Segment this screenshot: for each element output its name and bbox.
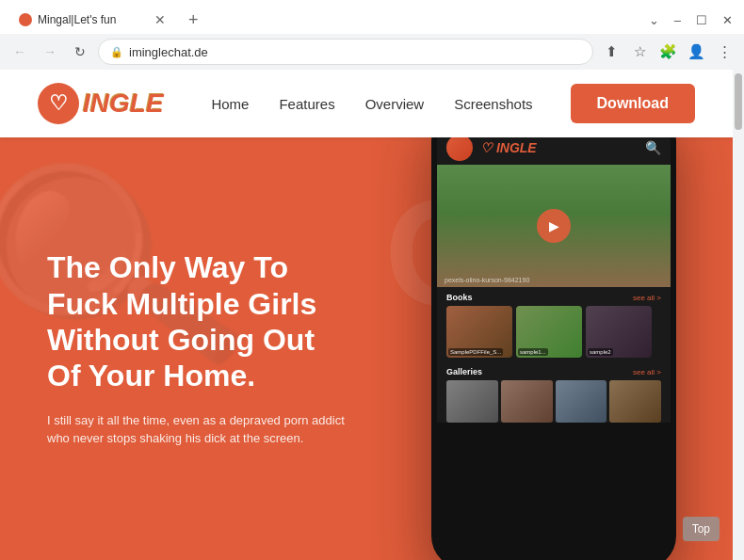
nav-overview[interactable]: Overview [365, 96, 425, 112]
title-bar: Mingal|Let's fun ✕ + ⌄ – ☐ ✕ [0, 0, 744, 34]
site-nav: Home Features Overview Screenshots [211, 96, 532, 112]
back-button[interactable]: ← [8, 40, 32, 64]
phone-books-see-all[interactable]: see all > [633, 294, 661, 302]
phone-video-caption: pexels-olino-kurson-9842190 [445, 277, 529, 283]
logo-icon: ♡ [38, 83, 79, 124]
tab-favicon [19, 13, 32, 26]
phone-app-header: ♡ INGLE 🔍 [437, 137, 671, 165]
phone-thumb-2: sample1... [516, 306, 582, 358]
download-button[interactable]: Download [571, 84, 695, 123]
nav-features[interactable]: Features [279, 96, 334, 112]
address-bar[interactable]: 🔒 iminglechat.de [98, 39, 593, 65]
phone-galleries-see-all[interactable]: see all > [633, 368, 661, 376]
window-controls: ⌄ – ☐ ✕ [645, 11, 736, 29]
phone-thumb-3: sample2 [586, 306, 652, 358]
tab-title: Mingal|Let's fun [38, 13, 116, 26]
chevron-down-icon[interactable]: ⌄ [645, 11, 663, 29]
website-content: ♡ INGLE Home Features Overview Screensho… [0, 70, 733, 560]
phone-avatar [446, 137, 473, 161]
phone-gallery-thumbnails [437, 380, 671, 423]
phone-thumb-3-label: sample2 [588, 348, 613, 356]
phone-video-area: ▶ pexels-olino-kurson-9842190 [437, 165, 671, 287]
phone-galleries-header: Galleries see all > [437, 363, 671, 380]
star-icon[interactable]: ☆ [627, 40, 652, 64]
gallery-thumb-2 [501, 380, 553, 423]
tab-close-button[interactable]: ✕ [154, 13, 166, 26]
puzzle-icon[interactable]: 🧩 [655, 40, 680, 64]
hero-subtitle: I still say it all the time, even as a d… [47, 411, 348, 448]
forward-button[interactable]: → [38, 40, 62, 64]
active-tab[interactable]: Mingal|Let's fun ✕ [8, 6, 177, 34]
profile-icon[interactable]: 👤 [684, 40, 708, 64]
share-icon[interactable]: ⬆ [599, 40, 623, 64]
new-tab-button[interactable]: + [181, 10, 206, 30]
phone-screen: 11:32 ▌▌▌ 🔋 ♡ INGLE 🔍 ▶ pexels-olino-kur… [437, 137, 671, 560]
phone-thumb-1: SamplePDFFile_S... [446, 306, 512, 358]
lock-icon: 🔒 [110, 46, 123, 58]
hero-section: 🔍 OFF The Only Way To Fuck Multiple Girl… [0, 137, 733, 560]
hero-content: The Only Way To Fuck Multiple Girls With… [0, 221, 396, 476]
address-text: iminglechat.de [129, 45, 581, 59]
top-button[interactable]: Top [683, 517, 720, 541]
phone-play-button[interactable]: ▶ [537, 209, 571, 243]
phone-galleries-title: Galleries [446, 367, 482, 376]
browser-chrome: Mingal|Let's fun ✕ + ⌄ – ☐ ✕ ← → ↻ 🔒 imi… [0, 0, 744, 70]
logo-text: INGLE [83, 88, 164, 119]
menu-icon[interactable]: ⋮ [712, 40, 736, 64]
gallery-thumb-4 [609, 380, 661, 423]
phone-thumb-2-label: sample1... [518, 348, 548, 356]
phone-thumb-1-label: SamplePDFFile_S... [448, 348, 503, 356]
minimize-button[interactable]: – [671, 11, 685, 29]
close-button[interactable]: ✕ [719, 11, 736, 29]
scrollbar[interactable] [733, 70, 744, 560]
maximize-button[interactable]: ☐ [692, 11, 711, 29]
site-header: ♡ INGLE Home Features Overview Screensho… [0, 70, 733, 137]
nav-actions: ⬆ ☆ 🧩 👤 ⋮ [599, 40, 736, 64]
gallery-thumb-1 [446, 380, 498, 423]
reload-button[interactable]: ↻ [68, 40, 92, 64]
phone-mockup: 11:32 ▌▌▌ 🔋 ♡ INGLE 🔍 ▶ pexels-olino-kur… [431, 137, 676, 560]
nav-home[interactable]: Home [211, 96, 249, 112]
hero-title: The Only Way To Fuck Multiple Girls With… [47, 249, 348, 394]
phone-search-icon: 🔍 [645, 140, 661, 155]
scrollbar-thumb[interactable] [735, 73, 742, 130]
phone-logo-text: ♡ INGLE [480, 140, 638, 155]
nav-screenshots[interactable]: Screenshots [454, 96, 532, 112]
logo: ♡ INGLE [38, 83, 164, 124]
phone-book-thumbnails: SamplePDFFile_S... sample1... sample2 [437, 306, 671, 363]
phone-books-header: Books see all > [437, 287, 671, 306]
nav-bar: ← → ↻ 🔒 iminglechat.de ⬆ ☆ 🧩 👤 ⋮ [0, 34, 744, 70]
phone-books-title: Books [446, 293, 473, 302]
gallery-thumb-3 [556, 380, 607, 423]
